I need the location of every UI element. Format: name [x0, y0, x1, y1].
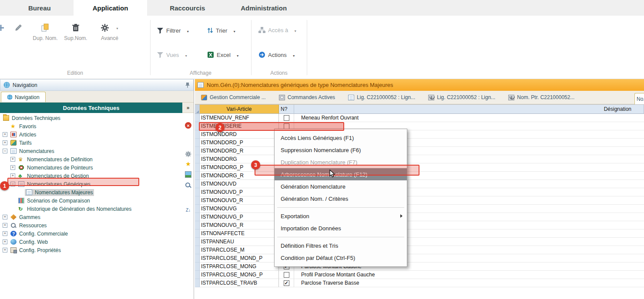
checkbox[interactable] [284, 115, 289, 121]
tree-item[interactable]: Tarifs [0, 139, 182, 147]
document-tab-active[interactable]: No... [634, 93, 644, 104]
tree-item[interactable]: Nomenclatures de Pointeurs [0, 163, 182, 172]
tree-item[interactable]: Gammes [0, 213, 182, 221]
row-selector[interactable] [195, 180, 200, 188]
ribbon-tab[interactable]: Raccourcis [157, 0, 218, 16]
row-selector[interactable] [195, 205, 200, 213]
row-selector[interactable] [195, 147, 200, 155]
tree-item[interactable]: Ressources [0, 221, 182, 229]
table-row[interactable]: ISTPARCLOSE_M [195, 246, 644, 254]
checkbox[interactable] [284, 280, 289, 286]
table-row[interactable]: ISTPARCLOSE_MONG_P Profil Parclose Monta… [195, 271, 644, 279]
collapse-panel-button[interactable]: » [182, 103, 194, 113]
table-row[interactable]: ISTMONDORG [195, 155, 644, 163]
row-selector[interactable] [195, 114, 200, 122]
tree-item[interactable]: Historique de Génération des Nomenclatur… [0, 205, 182, 213]
table-row[interactable]: ISTMONOUVD_R [195, 196, 644, 205]
table-row[interactable]: ISTPANNEAU [195, 238, 644, 246]
row-selector[interactable] [195, 213, 200, 221]
tree-expander-icon[interactable] [10, 157, 15, 162]
select-all-corner[interactable] [195, 105, 200, 114]
image-icon[interactable] [185, 171, 191, 178]
row-selector[interactable] [195, 246, 200, 254]
filter-button[interactable]: Filtrer [157, 27, 189, 34]
ribbon-tab[interactable]: Application [74, 0, 148, 16]
tree-item[interactable]: Favoris [0, 122, 182, 130]
magnifier-icon[interactable] [185, 182, 191, 189]
table-row[interactable]: ISTPARCLOSE_TRAVB Parclose Traverse Bass… [195, 279, 644, 287]
column-header-n[interactable]: N? [279, 105, 294, 114]
pin-icon[interactable] [185, 82, 190, 88]
tree-item[interactable]: Scénarios de Comparaison [0, 196, 182, 205]
column-header-designation[interactable]: Désignation [294, 105, 644, 114]
row-selector[interactable] [195, 172, 200, 180]
ribbon-tab[interactable]: Bureau [15, 0, 64, 16]
row-selector[interactable] [195, 139, 200, 147]
tree-item[interactable]: Nomenclatures Majeures [0, 188, 182, 196]
context-menu-item[interactable]: Exportation [275, 210, 407, 222]
row-selector[interactable] [195, 229, 200, 238]
tree-item[interactable]: Config. Propriétés [0, 246, 182, 254]
actions-button[interactable]: Actions [258, 51, 295, 58]
tree-expander-icon[interactable] [10, 165, 15, 170]
tree-item[interactable]: Articles [0, 130, 182, 139]
tab-navigation[interactable]: Navigation [1, 92, 46, 102]
tree-expander-icon[interactable] [3, 132, 7, 137]
context-menu-item[interactable]: Génération Nomenclature [275, 180, 407, 193]
document-tab[interactable]: Lig. C221000052 : Lign... [428, 94, 495, 100]
table-row[interactable]: ISTMONOUVD_P [195, 188, 644, 196]
table-row[interactable]: ISTMONOUVD [195, 180, 644, 188]
context-menu-item[interactable]: Importation de Données [275, 222, 407, 234]
checkbox[interactable] [284, 272, 289, 278]
tree-item[interactable]: Config. Web [0, 238, 182, 246]
tree-item[interactable]: Nomenclatures [0, 147, 182, 155]
tree-item[interactable]: Nomenclatures de Définition [0, 155, 182, 163]
document-tab[interactable]: Gestion Commerciale ... [201, 94, 266, 100]
tree-expander-icon[interactable] [3, 140, 7, 145]
tree-expander-icon[interactable] [3, 231, 7, 236]
sort-button[interactable]: Trier [207, 27, 236, 34]
tree-expander-icon[interactable] [3, 248, 7, 252]
ribbon-tab[interactable]: Administration [228, 0, 300, 16]
document-tab[interactable]: Nom. Ptr. C221000052... [508, 94, 574, 100]
context-menu-item[interactable]: Condition par Défaut (Ctrl-F5) [275, 252, 407, 264]
add-button[interactable] [0, 24, 4, 31]
star-icon[interactable] [185, 161, 191, 167]
row-selector[interactable] [195, 279, 200, 287]
table-row[interactable]: ISTMONOUVG [195, 205, 644, 213]
row-selector[interactable] [195, 238, 200, 246]
row-selector[interactable] [195, 130, 200, 139]
table-row[interactable]: ISTMONDORD_R [195, 147, 644, 155]
document-tab[interactable]: Commandes Actives [279, 94, 335, 100]
table-row[interactable]: ISTPARCLOSE_MOND_P Profil Parclose Monta… [195, 254, 644, 262]
delete-nomenclature-button[interactable]: Sup.Nom. [62, 23, 90, 41]
row-selector[interactable] [195, 155, 200, 163]
table-row[interactable]: ISTPARCLOSE_MONG Parclose Montant Gauche [195, 262, 644, 271]
tree-expander-icon[interactable] [3, 223, 7, 228]
views-button[interactable]: Vues [157, 51, 188, 58]
row-selector[interactable] [195, 163, 200, 172]
tree-item[interactable]: Données Techniques [0, 114, 182, 122]
row-selector[interactable] [195, 188, 200, 196]
access-to-button[interactable]: Accès à [258, 27, 297, 33]
row-selector[interactable] [195, 221, 200, 229]
table-row[interactable]: ISTMONDORD [195, 130, 644, 139]
context-menu-item[interactable]: Génération Nom. / Critères [275, 193, 407, 205]
context-menu-item[interactable]: Accès Liens Génériques (F1) [275, 132, 407, 144]
sort-icon[interactable] [185, 207, 191, 214]
edit-button[interactable] [15, 23, 23, 31]
close-icon[interactable] [185, 122, 191, 129]
gear-icon[interactable] [185, 151, 191, 157]
column-header-vari-article[interactable]: Vari-Article [200, 105, 279, 114]
excel-export-button[interactable]: Excel [207, 51, 239, 58]
row-selector[interactable] [195, 254, 200, 262]
context-menu-item[interactable]: Suppression Nomenclature (F6) [275, 144, 407, 156]
row-selector[interactable] [195, 196, 200, 205]
table-row[interactable]: ISTMONDORD_P [195, 139, 644, 147]
table-row[interactable]: ISTMONOUVG_R [195, 221, 644, 229]
document-tab[interactable]: Lig. C221000052 : Lign... [348, 94, 415, 100]
table-row[interactable]: ISTNONAFFECTE [195, 229, 644, 238]
table-row[interactable]: ISTMENOUV_RENF Meneau Renfort Ouvrant [195, 114, 644, 122]
advanced-button[interactable]: Avancé [91, 23, 128, 41]
tree-expander-icon[interactable] [3, 149, 7, 153]
